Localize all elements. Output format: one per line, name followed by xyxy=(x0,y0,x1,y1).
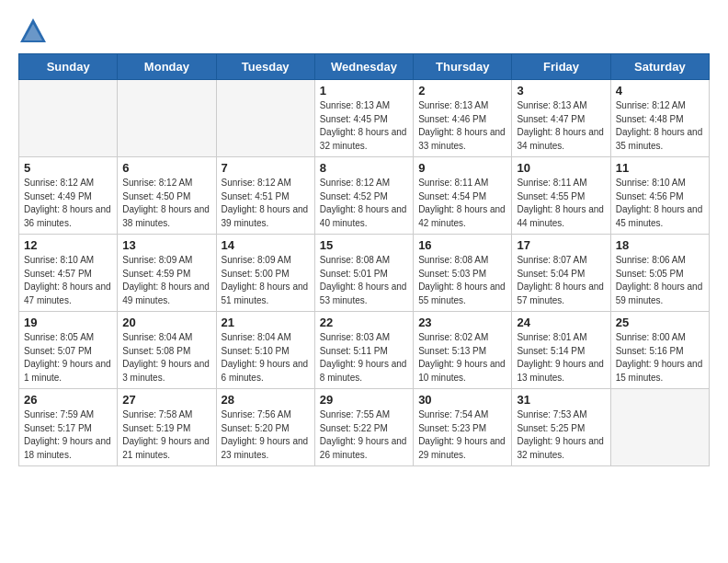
day-number: 3 xyxy=(517,84,605,98)
day-number: 26 xyxy=(24,393,112,407)
day-info: Sunrise: 8:09 AMSunset: 5:00 PMDaylight:… xyxy=(222,254,310,307)
day-info: Sunrise: 8:13 AMSunset: 4:46 PMDaylight:… xyxy=(418,99,506,153)
calendar-cell: 29Sunrise: 7:55 AMSunset: 5:22 PMDayligh… xyxy=(314,389,413,466)
calendar-cell: 21Sunrise: 8:04 AMSunset: 5:10 PMDayligh… xyxy=(216,312,314,389)
calendar-cell: 30Sunrise: 7:54 AMSunset: 5:23 PMDayligh… xyxy=(414,389,512,466)
calendar-cell: 6Sunrise: 8:12 AMSunset: 4:50 PMDaylight… xyxy=(118,157,216,235)
day-info: Sunrise: 8:01 AMSunset: 5:14 PMDaylight:… xyxy=(517,331,605,385)
calendar-week-row: 5Sunrise: 8:12 AMSunset: 4:49 PMDaylight… xyxy=(19,157,710,235)
day-info: Sunrise: 8:08 AMSunset: 5:03 PMDaylight:… xyxy=(418,254,506,307)
day-number: 23 xyxy=(418,316,506,329)
day-of-week-header: Wednesday xyxy=(314,54,413,80)
day-number: 12 xyxy=(24,238,112,252)
day-number: 8 xyxy=(320,161,408,175)
calendar-week-row: 12Sunrise: 8:10 AMSunset: 4:57 PMDayligh… xyxy=(19,235,710,312)
day-of-week-header: Tuesday xyxy=(216,54,314,80)
day-info: Sunrise: 8:06 AMSunset: 5:05 PMDaylight:… xyxy=(616,254,704,307)
calendar-cell xyxy=(19,80,118,157)
day-number: 29 xyxy=(320,393,408,407)
calendar-cell: 9Sunrise: 8:11 AMSunset: 4:54 PMDaylight… xyxy=(414,157,512,235)
calendar-cell: 14Sunrise: 8:09 AMSunset: 5:00 PMDayligh… xyxy=(216,235,314,312)
day-number: 6 xyxy=(122,161,210,175)
calendar-body: 1Sunrise: 8:13 AMSunset: 4:45 PMDaylight… xyxy=(19,80,710,466)
day-info: Sunrise: 8:13 AMSunset: 4:45 PMDaylight:… xyxy=(320,99,408,153)
calendar-cell: 28Sunrise: 7:56 AMSunset: 5:20 PMDayligh… xyxy=(216,389,314,466)
calendar-cell: 16Sunrise: 8:08 AMSunset: 5:03 PMDayligh… xyxy=(414,235,512,312)
calendar-cell: 13Sunrise: 8:09 AMSunset: 4:59 PMDayligh… xyxy=(118,235,216,312)
day-of-week-header: Monday xyxy=(118,54,216,80)
day-number: 9 xyxy=(418,161,506,175)
day-of-week-header: Saturday xyxy=(610,54,709,80)
day-info: Sunrise: 8:12 AMSunset: 4:49 PMDaylight:… xyxy=(24,177,112,230)
day-info: Sunrise: 8:13 AMSunset: 4:47 PMDaylight:… xyxy=(517,99,605,153)
calendar-week-row: 19Sunrise: 8:05 AMSunset: 5:07 PMDayligh… xyxy=(19,312,710,389)
calendar-cell: 8Sunrise: 8:12 AMSunset: 4:52 PMDaylight… xyxy=(314,157,413,235)
day-info: Sunrise: 7:59 AMSunset: 5:17 PMDaylight:… xyxy=(24,408,112,462)
day-info: Sunrise: 7:58 AMSunset: 5:19 PMDaylight:… xyxy=(122,408,210,462)
day-number: 11 xyxy=(616,161,704,175)
day-number: 13 xyxy=(122,238,210,252)
day-info: Sunrise: 8:12 AMSunset: 4:48 PMDaylight:… xyxy=(616,99,704,153)
days-of-week-row: SundayMondayTuesdayWednesdayThursdayFrid… xyxy=(19,54,710,80)
calendar-cell: 27Sunrise: 7:58 AMSunset: 5:19 PMDayligh… xyxy=(118,389,216,466)
calendar-cell: 19Sunrise: 8:05 AMSunset: 5:07 PMDayligh… xyxy=(19,312,118,389)
calendar-cell: 22Sunrise: 8:03 AMSunset: 5:11 PMDayligh… xyxy=(314,312,413,389)
calendar-cell: 4Sunrise: 8:12 AMSunset: 4:48 PMDaylight… xyxy=(610,80,709,157)
calendar-cell: 5Sunrise: 8:12 AMSunset: 4:49 PMDaylight… xyxy=(19,157,118,235)
day-number: 7 xyxy=(222,161,310,175)
day-info: Sunrise: 8:09 AMSunset: 4:59 PMDaylight:… xyxy=(122,254,210,307)
day-number: 20 xyxy=(122,316,210,329)
calendar-cell: 31Sunrise: 7:53 AMSunset: 5:25 PMDayligh… xyxy=(512,389,610,466)
day-of-week-header: Friday xyxy=(512,54,610,80)
day-info: Sunrise: 8:12 AMSunset: 4:52 PMDaylight:… xyxy=(320,177,408,230)
day-info: Sunrise: 8:04 AMSunset: 5:10 PMDaylight:… xyxy=(222,331,310,385)
day-number: 15 xyxy=(320,238,408,252)
day-number: 5 xyxy=(24,161,112,175)
day-number: 4 xyxy=(616,84,704,98)
day-of-week-header: Thursday xyxy=(414,54,512,80)
logo-icon xyxy=(18,17,48,46)
calendar-cell: 10Sunrise: 8:11 AMSunset: 4:55 PMDayligh… xyxy=(512,157,610,235)
day-info: Sunrise: 7:55 AMSunset: 5:22 PMDaylight:… xyxy=(320,408,408,462)
day-number: 24 xyxy=(517,316,605,329)
calendar-cell: 26Sunrise: 7:59 AMSunset: 5:17 PMDayligh… xyxy=(19,389,118,466)
day-number: 14 xyxy=(222,238,310,252)
day-of-week-header: Sunday xyxy=(19,54,118,80)
day-number: 2 xyxy=(418,84,506,98)
day-info: Sunrise: 8:02 AMSunset: 5:13 PMDaylight:… xyxy=(418,331,506,385)
day-number: 28 xyxy=(222,393,310,407)
day-number: 17 xyxy=(517,238,605,252)
day-info: Sunrise: 8:12 AMSunset: 4:51 PMDaylight:… xyxy=(222,177,310,230)
day-info: Sunrise: 8:11 AMSunset: 4:54 PMDaylight:… xyxy=(418,177,506,230)
day-number: 27 xyxy=(122,393,210,407)
day-number: 19 xyxy=(24,316,112,329)
calendar-cell xyxy=(118,80,216,157)
calendar: SundayMondayTuesdayWednesdayThursdayFrid… xyxy=(18,53,710,466)
calendar-cell: 12Sunrise: 8:10 AMSunset: 4:57 PMDayligh… xyxy=(19,235,118,312)
day-number: 1 xyxy=(320,84,408,98)
day-info: Sunrise: 8:07 AMSunset: 5:04 PMDaylight:… xyxy=(517,254,605,307)
day-number: 25 xyxy=(616,316,704,329)
day-info: Sunrise: 8:10 AMSunset: 4:57 PMDaylight:… xyxy=(24,254,112,307)
calendar-cell: 18Sunrise: 8:06 AMSunset: 5:05 PMDayligh… xyxy=(610,235,709,312)
calendar-week-row: 1Sunrise: 8:13 AMSunset: 4:45 PMDaylight… xyxy=(19,80,710,157)
day-number: 22 xyxy=(320,316,408,329)
calendar-week-row: 26Sunrise: 7:59 AMSunset: 5:17 PMDayligh… xyxy=(19,389,710,466)
calendar-cell: 20Sunrise: 8:04 AMSunset: 5:08 PMDayligh… xyxy=(118,312,216,389)
calendar-cell: 2Sunrise: 8:13 AMSunset: 4:46 PMDaylight… xyxy=(414,80,512,157)
calendar-cell: 24Sunrise: 8:01 AMSunset: 5:14 PMDayligh… xyxy=(512,312,610,389)
day-info: Sunrise: 8:11 AMSunset: 4:55 PMDaylight:… xyxy=(517,177,605,230)
day-info: Sunrise: 8:04 AMSunset: 5:08 PMDaylight:… xyxy=(122,331,210,385)
calendar-cell: 11Sunrise: 8:10 AMSunset: 4:56 PMDayligh… xyxy=(610,157,709,235)
calendar-cell xyxy=(216,80,314,157)
day-number: 18 xyxy=(616,238,704,252)
page: SundayMondayTuesdayWednesdayThursdayFrid… xyxy=(0,0,728,479)
day-number: 10 xyxy=(517,161,605,175)
day-info: Sunrise: 8:03 AMSunset: 5:11 PMDaylight:… xyxy=(320,331,408,385)
calendar-cell: 25Sunrise: 8:00 AMSunset: 5:16 PMDayligh… xyxy=(610,312,709,389)
logo xyxy=(18,17,51,46)
day-info: Sunrise: 7:54 AMSunset: 5:23 PMDaylight:… xyxy=(418,408,506,462)
day-number: 21 xyxy=(222,316,310,329)
calendar-cell: 15Sunrise: 8:08 AMSunset: 5:01 PMDayligh… xyxy=(314,235,413,312)
calendar-cell: 1Sunrise: 8:13 AMSunset: 4:45 PMDaylight… xyxy=(314,80,413,157)
